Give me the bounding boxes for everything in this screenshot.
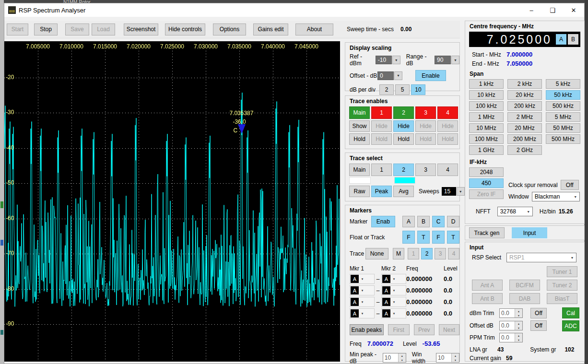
nfft-dropdown[interactable]: 32768▼ (497, 207, 533, 216)
span-2-mhz[interactable]: 2 MHz (507, 112, 542, 122)
close-button[interactable]: ✕ (563, 3, 584, 17)
span-5-mhz[interactable]: 5 MHz (546, 112, 580, 122)
cal-button[interactable]: Cal (562, 307, 579, 318)
span-50-khz[interactable]: 50 kHz (546, 90, 580, 100)
trace-hold-4[interactable]: Hold (437, 133, 458, 145)
chevron-down-icon[interactable]: ▼ (390, 286, 398, 294)
float-track-2[interactable]: F (432, 231, 445, 244)
peaks-next[interactable]: Next (439, 324, 459, 335)
trace-select-2[interactable]: 2 (393, 164, 414, 176)
float-track-1[interactable]: T (417, 231, 430, 244)
adc-button[interactable]: ADC (562, 320, 579, 331)
toolbar-button-about[interactable]: About (295, 23, 333, 35)
chevron-down-icon[interactable]: ▼ (359, 298, 366, 306)
marker-trace-none[interactable]: None (365, 248, 388, 259)
marker-letter-d[interactable]: D (447, 216, 459, 227)
span-100-khz[interactable]: 100 kHz (469, 101, 504, 111)
trace-hold-2[interactable]: Hold (393, 133, 414, 145)
span-500-khz[interactable]: 500 kHz (546, 101, 580, 111)
input-tuner-2[interactable]: Tuner 2 (547, 280, 577, 291)
offset-db-spinner[interactable]: 0.0▲▼ (499, 321, 523, 330)
marker-mkr2-dropdown-2[interactable]: A▼ (381, 297, 406, 307)
peaks-enab-peaks[interactable]: Enab peaks (350, 324, 384, 335)
span-2-ghz[interactable]: 2 GHz (507, 145, 542, 155)
trace-show-hide-2[interactable]: Hide (393, 120, 414, 132)
spectrum-plot[interactable]: 7.0050007.0100007.0150007.0200007.025000… (4, 41, 340, 362)
spin-down-icon[interactable]: ▼ (399, 358, 406, 362)
marker-mkr1-dropdown-3[interactable]: A▼ (350, 308, 375, 318)
toolbar-button-options[interactable]: Options (213, 23, 246, 35)
marker-mkr2-dropdown-0[interactable]: A▼ (381, 274, 406, 284)
span-1-mhz[interactable]: 1 MHz (469, 112, 504, 122)
input-bc-fm[interactable]: BC/FM (509, 280, 540, 291)
trace-mode-peak[interactable]: Peak (371, 186, 392, 197)
marker-trace-1[interactable]: 1 (408, 248, 419, 259)
db-per-div-5[interactable]: 5 (395, 84, 410, 95)
rsp-select-dropdown[interactable]: RSP1▼ (506, 253, 576, 262)
trace-enable-1[interactable]: 1 (371, 106, 392, 119)
chevron-down-icon[interactable]: ▼ (359, 286, 366, 294)
chevron-down-icon[interactable]: ▼ (525, 210, 532, 213)
marker-mkr1-dropdown-2[interactable]: A▼ (350, 297, 375, 307)
span-1-khz[interactable]: 1 kHz (469, 79, 504, 89)
marker-mkr1-dropdown-1[interactable]: A▼ (350, 285, 375, 295)
chevron-down-icon[interactable]: ▼ (390, 275, 398, 283)
span-500-mhz[interactable]: 500 MHz (546, 134, 580, 144)
min-peak-spinner[interactable]: 10▲▼ (383, 353, 406, 363)
spin-up-icon[interactable]: ▲ (399, 353, 406, 358)
span-10-mhz[interactable]: 10 MHz (469, 123, 504, 133)
chevron-down-icon[interactable]: ▼ (359, 275, 366, 283)
input-tuner-1[interactable]: Tuner 1 (547, 266, 577, 277)
span-2-khz[interactable]: 2 kHz (507, 79, 542, 89)
marker-mkr2-dropdown-1[interactable]: A▼ (381, 285, 406, 295)
chevron-down-icon[interactable]: ▼ (392, 56, 400, 64)
offset-db-dropdown[interactable]: 0▼ (377, 71, 402, 80)
input-dab[interactable]: DAB (509, 293, 540, 304)
spin-up-icon[interactable]: ▲ (515, 333, 522, 338)
scaling-enable-button[interactable]: Enable (415, 70, 446, 81)
chevron-down-icon[interactable]: ▼ (394, 71, 402, 80)
trace-enable-3[interactable]: 3 (415, 106, 436, 119)
chevron-down-icon[interactable]: ▼ (568, 256, 576, 259)
spin-down-icon[interactable]: ▼ (452, 358, 459, 362)
span-100-mhz[interactable]: 100 MHz (469, 134, 504, 144)
trace-show-hide-0[interactable]: Show (349, 120, 370, 132)
span-200-khz[interactable]: 200 kHz (507, 101, 542, 111)
trace-hold-3[interactable]: Hold (415, 133, 436, 145)
dbm-trim-spinner[interactable]: 0.0▲▼ (499, 308, 523, 318)
window-dropdown[interactable]: Blackman▼ (532, 192, 580, 201)
marker-trace-2[interactable]: 2 (421, 248, 433, 259)
toolbar-button-load[interactable]: Load (92, 23, 115, 35)
ref-dbm-dropdown[interactable]: -10▼ (376, 56, 400, 64)
chevron-down-icon[interactable]: ▼ (359, 309, 366, 317)
spin-up-icon[interactable]: ▲ (452, 353, 459, 358)
input-tab-button[interactable]: Input (512, 227, 547, 238)
ppm-trim-spinner[interactable]: 0.0▲▼ (499, 333, 523, 342)
spin-up-icon[interactable]: ▲ (515, 309, 522, 313)
db-per-div-10[interactable]: 10 (411, 84, 425, 95)
marker-trace-m[interactable]: M (393, 248, 404, 259)
trace-show-hide-3[interactable]: Hide (415, 120, 436, 132)
trace-hold-1[interactable]: Hold (371, 133, 392, 145)
toolbar-button-start[interactable]: Start (7, 23, 28, 35)
win-width-spinner[interactable]: 10▲▼ (436, 353, 459, 363)
span-20-mhz[interactable]: 20 MHz (507, 123, 542, 133)
trim-toggle-0[interactable]: Off (530, 308, 547, 318)
peaks-prev[interactable]: Prev (414, 324, 435, 335)
chevron-down-icon[interactable]: ▼ (451, 56, 459, 64)
trace-select-main[interactable]: Main (349, 164, 370, 176)
centre-vfo-a[interactable]: A (556, 34, 566, 45)
marker-letter-a[interactable]: A (402, 216, 415, 227)
marker-letter-c[interactable]: C (432, 216, 445, 227)
chevron-down-icon[interactable]: ▼ (457, 187, 465, 196)
trace-enable-main[interactable]: Main (349, 106, 370, 119)
trace-enable-2[interactable]: 2 (393, 106, 414, 119)
marker-letter-b[interactable]: B (417, 216, 430, 227)
span-200-mhz[interactable]: 200 MHz (507, 134, 542, 144)
marker-mkr2-dropdown-3[interactable]: A▼ (381, 308, 406, 318)
db-per-div-2[interactable]: 2 (379, 84, 394, 95)
input-ant-b[interactable]: Ant B (472, 293, 503, 304)
maximize-button[interactable]: ❑ (542, 3, 563, 17)
spin-down-icon[interactable]: ▼ (515, 326, 522, 330)
span-50-mhz[interactable]: 50 MHz (546, 123, 580, 133)
